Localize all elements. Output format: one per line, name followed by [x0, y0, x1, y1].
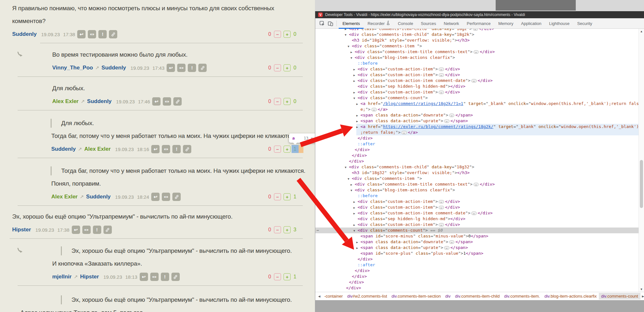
- dom-tree-line[interactable]: ▶<div class="custom-action-item">…</div>: [315, 72, 644, 78]
- device-toolbar-icon[interactable]: [326, 19, 334, 28]
- tab-performance[interactable]: Performance: [463, 18, 494, 29]
- downvote-button[interactable]: −: [274, 98, 281, 105]
- plus-count[interactable]: 0: [293, 31, 296, 37]
- quote-icon[interactable]: «»: [163, 97, 171, 106]
- expand-arrow-icon[interactable]: ▶: [356, 124, 360, 130]
- minus-count[interactable]: 0: [268, 146, 271, 152]
- link-icon[interactable]: [183, 145, 191, 153]
- expand-arrow-icon[interactable]: ▶: [353, 199, 358, 205]
- dom-tree-line[interactable]: </div>: [315, 135, 644, 141]
- collapse-arrow-icon[interactable]: ▼: [348, 176, 352, 182]
- link-icon[interactable]: [198, 64, 207, 72]
- dom-tree-line[interactable]: <span id="score-plus" class="plus-value"…: [315, 251, 644, 256]
- breadcrumb-item[interactable]: div.comments-item-section: [389, 293, 443, 300]
- downvote-button[interactable]: −: [274, 31, 281, 38]
- dom-tree-line[interactable]: ▶<a href="https://exler.ru/blog/comment/…: [315, 124, 644, 130]
- collapse-arrow-icon[interactable]: ▼: [353, 95, 358, 101]
- reply-icon[interactable]: ↩: [167, 64, 175, 72]
- ellipsis-badge[interactable]: …: [439, 73, 444, 77]
- dom-tree-line[interactable]: </div>: [315, 274, 644, 279]
- link-icon[interactable]: [172, 193, 181, 201]
- comment-author-link[interactable]: Vinny_The_Poo: [52, 65, 93, 71]
- quote-icon[interactable]: «»: [177, 64, 186, 72]
- reply-to-author-link[interactable]: Alex Exler: [84, 146, 111, 152]
- plus-count[interactable]: 1: [293, 194, 296, 200]
- ellipsis-badge[interactable]: …: [474, 183, 479, 186]
- collapse-arrow-icon[interactable]: ▼: [345, 32, 349, 38]
- upvote-button[interactable]: +: [284, 193, 291, 200]
- ellipsis-badge[interactable]: …: [439, 206, 444, 209]
- dom-tree-line[interactable]: ▼<div class="comments-count">: [315, 95, 644, 101]
- breadcrumb-scroll-left-icon[interactable]: ◀: [317, 295, 322, 298]
- dom-tree-line[interactable]: ::before: [315, 193, 644, 199]
- dom-tree-line[interactable]: <div class="sep hidden-lg hidden-md"></d…: [315, 216, 644, 222]
- link-icon[interactable]: [171, 273, 180, 281]
- breadcrumb-scroll-right-icon[interactable]: ▶: [640, 295, 644, 298]
- ellipsis-badge[interactable]: …: [471, 79, 476, 83]
- ellipsis-badge[interactable]: …: [439, 68, 444, 71]
- plus-count[interactable]: 0: [293, 99, 296, 104]
- tab-memory[interactable]: Memory: [494, 18, 517, 29]
- expand-arrow-icon[interactable]: ▶: [353, 72, 358, 78]
- collapse-arrow-icon[interactable]: ▼: [351, 55, 355, 61]
- breadcrumb-item[interactable]: div.blog-item-actions.clearfix: [542, 293, 599, 300]
- dom-tree-line[interactable]: ▶<span class data-action="uprate">…</spa…: [315, 245, 644, 251]
- breadcrumb-item[interactable]: div#w2.comments-list: [345, 293, 389, 300]
- dom-tree-line[interactable]: ▶<a href="/blog/comment/ratings/18g2k/?1…: [315, 101, 644, 107]
- minus-count[interactable]: 0: [268, 194, 271, 200]
- dom-tree-line[interactable]: ▶<div class="custom-action-item">…</div>: [315, 199, 644, 204]
- upvote-button[interactable]: +: [284, 31, 291, 38]
- ellipsis-badge[interactable]: …: [444, 246, 449, 250]
- dom-tree-line[interactable]: ▼<div class="comments-item-child" data-k…: [315, 32, 644, 37]
- collapse-arrow-icon[interactable]: ▼: [353, 228, 358, 234]
- tab-security[interactable]: Security: [573, 18, 596, 29]
- scroll-down-icon[interactable]: ▼: [639, 288, 644, 291]
- comment-author-link[interactable]: Alex Exler: [51, 194, 78, 200]
- dom-tree-line[interactable]: e;">…</a>: [315, 107, 644, 112]
- link-icon[interactable]: [109, 30, 117, 38]
- report-icon[interactable]: !: [161, 273, 169, 281]
- expand-arrow-icon[interactable]: ▶: [353, 205, 358, 211]
- upvote-button[interactable]: +: [284, 273, 291, 280]
- dom-tree-line[interactable]: ▶<div class="custom-action-item">…</div>: [315, 204, 644, 210]
- tab-network[interactable]: Network: [440, 18, 463, 29]
- dom-tree-line[interactable]: ▶<span class data-action="uprate">…</spa…: [315, 118, 644, 124]
- quote-icon[interactable]: «»: [88, 30, 96, 38]
- collapse-arrow-icon[interactable]: ▼: [348, 44, 352, 49]
- inspect-element-icon[interactable]: [318, 19, 326, 28]
- ellipsis-badge[interactable]: …: [471, 212, 476, 215]
- plus-count[interactable]: 3: [293, 227, 296, 233]
- reply-icon[interactable]: ↩: [140, 273, 148, 281]
- dom-tree-line[interactable]: <h3 id="18g2k" style="overflow: visible;…: [315, 37, 644, 43]
- devtools-scrollbar[interactable]: ▲ ▼: [639, 29, 644, 292]
- comment-author-link[interactable]: Hipster: [12, 227, 31, 233]
- comment-author-link[interactable]: Alex Exler: [52, 98, 78, 105]
- tab-console[interactable]: Console: [394, 18, 417, 29]
- dom-tree-line[interactable]: ▼<div class="comments-item ">: [315, 43, 644, 49]
- comment-author-link[interactable]: Suddenly: [12, 31, 37, 37]
- expand-arrow-icon[interactable]: ▶: [356, 118, 360, 124]
- report-icon[interactable]: !: [98, 30, 107, 38]
- expand-arrow-icon[interactable]: ▶: [356, 101, 360, 107]
- link-icon[interactable]: [103, 226, 112, 234]
- dom-tree-line[interactable]: ▶<div class="custom-action-item">…</div>: [315, 89, 644, 95]
- dom-tree-line[interactable]: <div class="sep hidden-lg hidden-md"></d…: [315, 84, 644, 89]
- tab-elements[interactable]: Elements: [339, 18, 364, 29]
- expand-arrow-icon[interactable]: ▶: [351, 49, 355, 55]
- expand-arrow-icon[interactable]: ▶: [353, 211, 358, 216]
- tab-recorder[interactable]: Recorder: [364, 18, 394, 29]
- breadcrumb-item[interactable]: div: [443, 293, 453, 300]
- downvote-button[interactable]: −: [274, 64, 281, 71]
- ellipsis-badge[interactable]: …: [474, 50, 479, 54]
- dom-tree-line[interactable]: ▼<div class="comments-item-child" data-k…: [315, 164, 644, 170]
- dom-tree-line[interactable]: ▶<div class="custom-action-item comment-…: [315, 78, 644, 84]
- tab-lighthouse[interactable]: Lighthouse: [545, 18, 574, 29]
- collapse-arrow-icon[interactable]: ▼: [351, 188, 355, 193]
- expand-arrow-icon[interactable]: ▶: [356, 113, 360, 118]
- upvote-button[interactable]: +: [284, 98, 291, 105]
- tab-application[interactable]: Application: [517, 18, 545, 29]
- row-options-icon[interactable]: ⋯: [317, 228, 319, 233]
- reply-to-author-link[interactable]: Hipster: [80, 274, 99, 280]
- reply-to-author-link[interactable]: Suddenly: [87, 98, 112, 105]
- minus-count[interactable]: 0: [268, 31, 271, 37]
